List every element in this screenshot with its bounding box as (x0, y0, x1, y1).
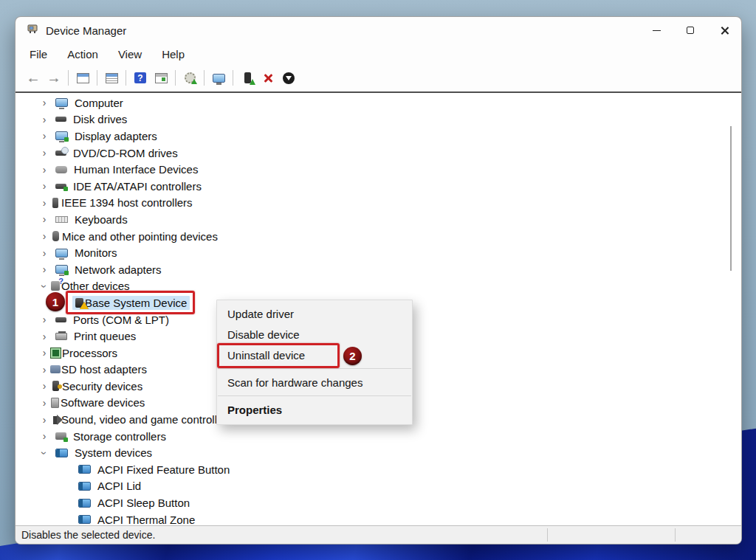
menu-view[interactable]: View (115, 46, 145, 62)
tree-row-ide[interactable]: › IDE ATA/ATAPI controllers (16, 178, 741, 195)
update-driver-icon (244, 72, 251, 83)
chevron-right-icon[interactable]: › (39, 431, 49, 441)
system-device-icon (78, 499, 91, 508)
tree-row-monitors[interactable]: › Monitors (16, 244, 741, 261)
tree-label: Display adapters (75, 130, 157, 142)
scan-hardware-changes-button[interactable] (179, 68, 200, 88)
chevron-right-icon[interactable]: › (39, 398, 49, 408)
tree-row-dvd-drives[interactable]: › DVD/CD-ROM drives (16, 145, 741, 162)
tree-row-acpi-fixed-feature-button[interactable]: › ACPI Fixed Feature Button (16, 461, 741, 478)
sd-adapter-icon (50, 365, 61, 373)
chevron-right-icon[interactable]: › (39, 181, 49, 191)
tree-row-system-devices[interactable]: › System devices (16, 444, 741, 461)
disable-device-button[interactable] (278, 68, 299, 88)
disable-icon (283, 72, 295, 84)
tree-row-mice[interactable]: › Mice and other pointing devices (16, 228, 741, 245)
chevron-right-icon[interactable]: › (39, 165, 49, 175)
show-console-tree-button[interactable] (72, 68, 93, 88)
forward-icon: → (47, 71, 61, 85)
keyboard-icon (55, 216, 68, 223)
context-menu-separator (218, 368, 411, 369)
context-menu-properties[interactable]: Properties (217, 399, 412, 420)
chevron-right-icon[interactable]: › (39, 248, 49, 258)
minimize-button[interactable] (639, 17, 673, 44)
ide-controller-icon (55, 184, 66, 189)
update-driver-button[interactable] (237, 68, 258, 88)
chevron-right-icon[interactable]: › (39, 148, 49, 158)
toolbar-separator (68, 70, 69, 86)
tree-label: Computer (75, 97, 123, 109)
forward-button[interactable]: → (44, 68, 64, 88)
menu-help[interactable]: Help (159, 46, 188, 62)
chevron-right-icon[interactable]: › (39, 314, 49, 325)
tree-label: IDE ATA/ATAPI controllers (73, 180, 202, 193)
tree-label: Human Interface Devices (74, 163, 198, 176)
tree-label: Software devices (61, 396, 145, 409)
computer-button[interactable] (208, 68, 229, 88)
maximize-icon (687, 27, 694, 34)
tree-row-hid[interactable]: › Human Interface Devices (16, 161, 741, 178)
tree-label: DVD/CD-ROM drives (73, 147, 178, 159)
menu-file[interactable]: File (27, 46, 50, 62)
properties-icon (106, 73, 118, 83)
maximize-button[interactable] (673, 17, 707, 44)
close-button[interactable] (707, 17, 741, 44)
tree-row-keyboards[interactable]: › Keyboards (16, 211, 741, 228)
chevron-right-icon[interactable]: › (39, 381, 49, 391)
tree-row-display-adapters[interactable]: › Display adapters (16, 128, 741, 145)
chevron-right-icon[interactable]: › (39, 114, 49, 125)
tree-label: Ports (COM & LPT) (73, 314, 169, 326)
tree-row-acpi-sleep-button[interactable]: › ACPI Sleep Button (16, 494, 741, 511)
chevron-right-icon[interactable]: › (39, 331, 49, 342)
context-menu-scan-hardware-changes[interactable]: Scan for hardware changes (217, 372, 412, 393)
device-manager-window: Device Manager File Action View Help ← →… (15, 16, 742, 545)
back-icon: ← (27, 71, 41, 85)
vertical-scrollbar-thumb[interactable] (730, 126, 732, 271)
menu-action[interactable]: Action (64, 46, 101, 62)
tree-label: Monitors (75, 246, 117, 259)
context-menu-disable-device[interactable]: Disable device (217, 324, 412, 345)
close-icon (720, 26, 729, 35)
status-text: Disables the selected device. (21, 529, 155, 541)
software-device-icon (51, 398, 59, 408)
chevron-down-icon[interactable]: › (39, 448, 49, 458)
chevron-right-icon[interactable]: › (39, 264, 49, 274)
window-title: Device Manager (46, 24, 126, 37)
uninstall-device-button[interactable] (258, 68, 278, 88)
title-bar[interactable]: Device Manager (16, 17, 741, 44)
tree-label: Network adapters (75, 263, 162, 276)
tree-row-disk-drives[interactable]: › Disk drives (16, 111, 741, 128)
unknown-device-icon (51, 281, 60, 291)
chevron-right-icon[interactable]: › (39, 97, 49, 108)
back-button[interactable]: ← (23, 68, 44, 88)
printer-icon (55, 333, 67, 340)
port-icon (55, 317, 66, 322)
tree-row-acpi-lid[interactable]: › ACPI Lid (16, 478, 741, 495)
disk-drive-icon (55, 117, 66, 122)
help-button[interactable]: ? (130, 68, 151, 88)
chevron-right-icon[interactable]: › (39, 214, 49, 224)
chevron-right-icon[interactable]: › (39, 231, 49, 241)
chevron-right-icon[interactable]: › (39, 415, 49, 425)
chevron-right-icon[interactable]: › (39, 198, 49, 208)
tree-row-computer[interactable]: › Computer (16, 94, 741, 111)
export-list-button[interactable] (151, 68, 171, 88)
computer-icon (55, 98, 68, 107)
chevron-right-icon[interactable]: › (39, 348, 49, 358)
chevron-right-icon[interactable]: › (39, 364, 49, 375)
tree-label: Sound, video and game controllers (61, 413, 233, 426)
status-bar-divider (547, 528, 548, 542)
annotation-step-badge-1: 1 (46, 292, 65, 311)
tree-row-acpi-thermal-zone[interactable]: › ACPI Thermal Zone (16, 511, 741, 525)
chevron-right-icon[interactable]: › (39, 131, 49, 141)
toolbar-separator (97, 70, 97, 86)
tree-row-storage-controllers[interactable]: › Storage controllers (16, 428, 741, 445)
context-menu-update-driver[interactable]: Update driver (217, 303, 412, 324)
tree-row-ieee1394[interactable]: › IEEE 1394 host controllers (16, 195, 741, 212)
device-tree-pane: › Computer › Disk drives › Display adapt… (16, 93, 741, 525)
properties-button[interactable] (101, 68, 122, 88)
annotation-box-base-system-device (66, 291, 195, 314)
chevron-down-icon[interactable]: › (39, 281, 49, 291)
tree-row-network-adapters[interactable]: › Network adapters (16, 261, 741, 278)
system-device-icon (78, 515, 91, 524)
